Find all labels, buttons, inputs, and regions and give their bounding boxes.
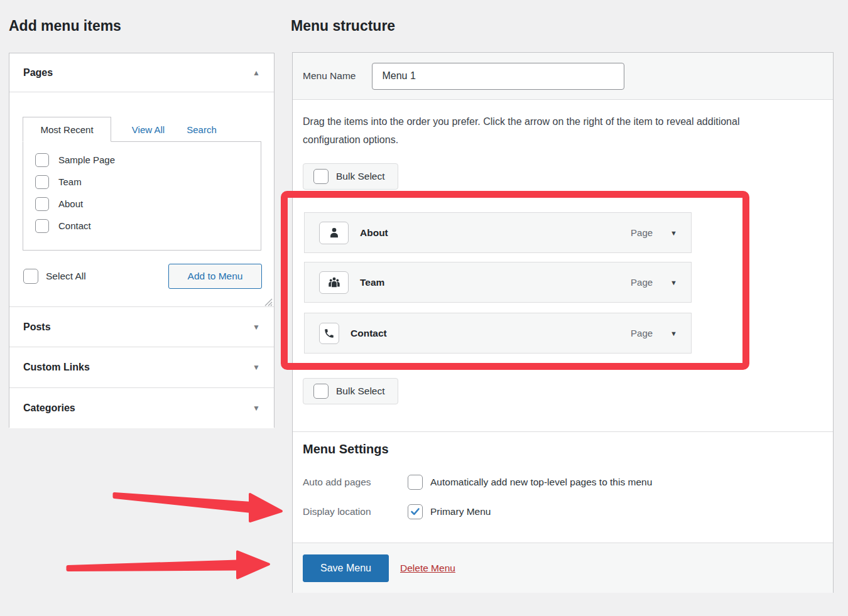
drag-instructions: Drag the items into the order you prefer… <box>303 112 799 149</box>
bulk-select-bottom: Bulk Select <box>303 378 398 404</box>
save-menu-button[interactable]: Save Menu <box>303 554 389 582</box>
select-all-label: Select All <box>46 271 86 282</box>
expand-arrow-icon[interactable]: ▼ <box>253 364 260 371</box>
accordion-categories[interactable]: Categories ▼ <box>9 387 274 428</box>
checkbox-sample-page[interactable] <box>35 153 49 167</box>
person-icon <box>319 222 349 244</box>
list-item: Contact <box>23 215 261 237</box>
menu-item-label: Team <box>360 277 384 288</box>
auto-add-pages-label: Auto add pages <box>303 477 408 488</box>
primary-menu-label: Primary Menu <box>430 506 491 517</box>
add-menu-items-title: Add menu items <box>9 18 121 35</box>
menu-name-label: Menu Name <box>303 70 356 82</box>
select-all-row: Select All <box>23 269 86 284</box>
accordion-pages[interactable]: Pages ▲ <box>9 53 274 92</box>
delete-menu-link[interactable]: Delete Menu <box>400 563 455 574</box>
tab-search[interactable]: Search <box>180 117 223 142</box>
menu-item-label: About <box>360 227 388 239</box>
menu-item-contact[interactable]: Contact Page ▼ <box>304 313 692 354</box>
item-options-arrow-icon[interactable]: ▼ <box>670 229 677 237</box>
menu-item-about[interactable]: About Page ▼ <box>304 212 692 253</box>
tab-view-all[interactable]: View All <box>120 117 177 142</box>
item-options-arrow-icon[interactable]: ▼ <box>670 279 677 286</box>
item-options-arrow-icon[interactable]: ▼ <box>670 330 677 337</box>
accordion-categories-label: Categories <box>23 403 75 414</box>
select-all-checkbox[interactable] <box>23 269 38 284</box>
auto-add-pages-checkbox[interactable] <box>408 475 423 490</box>
menu-item-type: Page <box>631 277 653 288</box>
primary-menu-checkbox[interactable] <box>408 504 423 519</box>
accordion-custom-links-label: Custom Links <box>23 362 90 373</box>
bulk-select-checkbox[interactable] <box>313 384 329 399</box>
page-label: Contact <box>58 220 91 231</box>
display-location-row: Display location Primary Menu <box>303 504 491 519</box>
annotation-arrow-display-location <box>114 494 251 512</box>
bulk-select-checkbox[interactable] <box>313 169 329 184</box>
auto-add-pages-row: Auto add pages Automatically add new top… <box>303 475 652 490</box>
bulk-select-top: Bulk Select <box>303 163 398 190</box>
add-menu-items-panel: Pages ▲ Most Recent View All Search Samp… <box>9 53 275 428</box>
menu-item-team[interactable]: Team Page ▼ <box>304 262 692 303</box>
checkbox-team[interactable] <box>35 175 49 189</box>
settings-divider <box>293 431 833 432</box>
accordion-posts[interactable]: Posts ▼ <box>9 306 274 347</box>
annotation-arrow-save-menu <box>68 561 237 570</box>
menu-structure-title: Menu structure <box>291 18 395 35</box>
menu-footer: Save Menu Delete Menu <box>293 543 833 593</box>
phone-icon <box>319 323 339 344</box>
menu-item-label: Contact <box>351 328 387 339</box>
expand-arrow-icon[interactable]: ▼ <box>253 404 260 412</box>
accordion-custom-links[interactable]: Custom Links ▼ <box>9 347 274 387</box>
menu-name-row: Menu Name <box>293 53 833 100</box>
tab-most-recent[interactable]: Most Recent <box>23 117 111 142</box>
menu-name-input[interactable] <box>372 63 624 90</box>
page-label: Sample Page <box>58 154 115 165</box>
page-label: Team <box>58 176 82 187</box>
add-to-menu-button[interactable]: Add to Menu <box>168 264 262 289</box>
menu-item-type: Page <box>631 227 653 238</box>
expand-arrow-icon[interactable]: ▼ <box>253 323 260 331</box>
menu-item-type: Page <box>631 328 653 338</box>
resize-handle[interactable] <box>264 298 273 306</box>
checkbox-about[interactable] <box>35 197 49 211</box>
resize-grip-icon <box>264 298 273 306</box>
bulk-select-label: Bulk Select <box>336 171 385 182</box>
bulk-select-label: Bulk Select <box>336 386 385 397</box>
list-item: Sample Page <box>23 149 261 171</box>
group-icon <box>319 271 349 294</box>
menu-settings-title: Menu Settings <box>303 442 389 457</box>
checkbox-contact[interactable] <box>35 219 49 233</box>
auto-add-pages-text: Automatically add new top-level pages to… <box>430 477 652 488</box>
list-item: Team <box>23 171 261 193</box>
display-location-label: Display location <box>303 506 408 517</box>
list-item: About <box>23 193 261 215</box>
accordion-posts-label: Posts <box>23 322 51 333</box>
checkmark-icon <box>410 507 420 517</box>
page-label: About <box>58 198 83 209</box>
menu-structure-panel: Menu Name Drag the items into the order … <box>292 52 834 593</box>
collapse-arrow-icon[interactable]: ▲ <box>253 69 260 77</box>
pages-checklist: Sample Page Team About Contact <box>23 141 261 251</box>
accordion-pages-label: Pages <box>23 67 53 78</box>
